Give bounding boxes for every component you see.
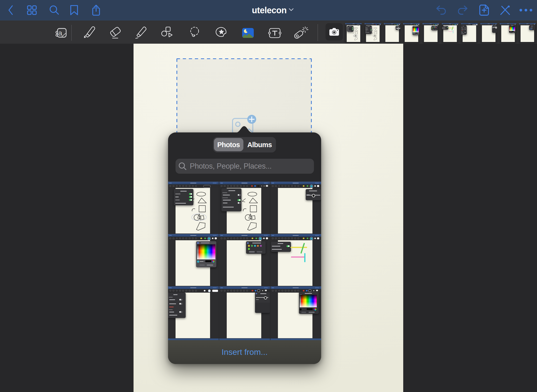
svg-text:a: a (58, 29, 62, 37)
